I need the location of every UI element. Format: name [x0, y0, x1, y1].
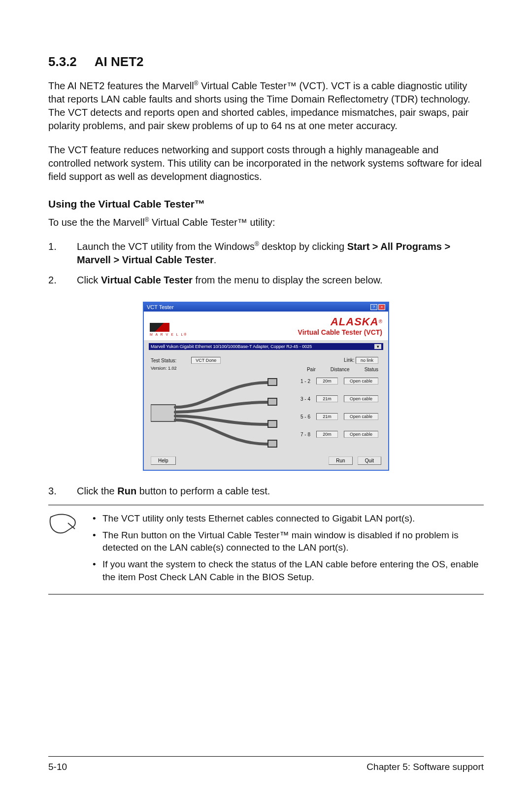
help-button[interactable]: Help	[151, 456, 176, 465]
window-controls: ? ×	[370, 304, 385, 310]
chevron-down-icon: ▾	[374, 344, 381, 349]
link-row: Link: no link	[344, 357, 378, 364]
vct-window-title: VCT Tester	[147, 304, 174, 310]
hdr-distance: Distance	[331, 367, 350, 372]
note-item: The Run button on the Virtual Cable Test…	[90, 529, 484, 554]
pair-row-3: 5 - 6 21m Open cable	[296, 413, 378, 420]
help-icon[interactable]: ?	[370, 304, 377, 310]
vct-window-screenshot: VCT Tester ? × M A R V E L L® ALASKA® Vi…	[143, 302, 389, 471]
svg-rect-2	[268, 398, 277, 405]
test-status-label: Test Status:	[151, 358, 176, 363]
quit-button[interactable]: Quit	[358, 456, 381, 465]
chapter-label: Chapter 5: Software support	[366, 762, 484, 772]
svg-rect-0	[151, 405, 175, 421]
pair-row-2: 3 - 4 21m Open cable	[296, 395, 378, 402]
close-icon[interactable]: ×	[378, 304, 385, 310]
alaska-logo: ALASKA	[331, 315, 379, 328]
test-status-value: VCT Done	[191, 357, 221, 364]
notes-list: The VCT utility only tests Ethernet cabl…	[90, 512, 484, 587]
pair-row-4: 7 - 8 20m Open cable	[296, 431, 378, 438]
step-1: Launch the VCT utility from the Windows®…	[48, 240, 484, 267]
note-item: The VCT utility only tests Ethernet cabl…	[90, 512, 484, 525]
subheading-using-vct: Using the Virtual Cable Tester™	[48, 198, 484, 210]
adapter-dropdown[interactable]: Marvell Yukon Gigabit Ethernet 10/100/10…	[149, 343, 383, 350]
section-title: AI NET2	[95, 54, 144, 70]
section-number: 5.3.2	[48, 54, 77, 70]
hdr-pair: Pair	[307, 367, 316, 372]
vct-button-row: Help Run Quit	[144, 456, 388, 470]
marvell-text: M A R V E L L®	[150, 333, 187, 336]
pair-row-1: 1 - 2 20m Open cable	[296, 378, 378, 384]
section-heading: 5.3.2 AI NET2	[48, 54, 484, 70]
vct-header: M A R V E L L® ALASKA® Virtual Cable Tes…	[144, 312, 388, 340]
paragraph-1: The AI NET2 features the Marvell® Virtua…	[48, 79, 484, 133]
cable-diagram-icon	[151, 378, 279, 452]
vct-titlebar: VCT Tester ? ×	[144, 303, 388, 312]
paragraph-2: The VCT feature reduces networking and s…	[48, 143, 484, 183]
svg-rect-4	[268, 440, 277, 447]
pair-headers: Pair Distance Status	[307, 367, 378, 372]
paragraph-3: To use the the Marvell® Virtual Cable Te…	[48, 216, 484, 229]
marvell-logo: M A R V E L L®	[150, 323, 187, 336]
run-button[interactable]: Run	[329, 456, 352, 465]
vct-subtitle: Virtual Cable Tester (VCT)	[298, 328, 382, 336]
vct-body: Test Status: VCT Done Version: 1.02 Link…	[144, 353, 388, 456]
step-3: Click the Run button to perform a cable …	[48, 485, 484, 498]
link-label: Link:	[344, 357, 354, 363]
notes-block: The VCT utility only tests Ethernet cabl…	[48, 505, 484, 594]
page-number: 5-10	[48, 762, 67, 772]
page-footer: 5-10 Chapter 5: Software support	[48, 756, 484, 772]
svg-rect-3	[268, 420, 277, 427]
hdr-status: Status	[365, 367, 378, 372]
note-item: If you want the system to check the stat…	[90, 558, 484, 583]
marvell-mark-icon	[150, 323, 169, 332]
step-2: Click Virtual Cable Tester from the menu…	[48, 274, 484, 287]
svg-rect-1	[268, 379, 277, 385]
note-hand-icon	[48, 512, 78, 587]
link-value: no link	[356, 357, 378, 364]
adapter-selected: Marvell Yukon Gigabit Ethernet 10/100/10…	[151, 344, 312, 349]
